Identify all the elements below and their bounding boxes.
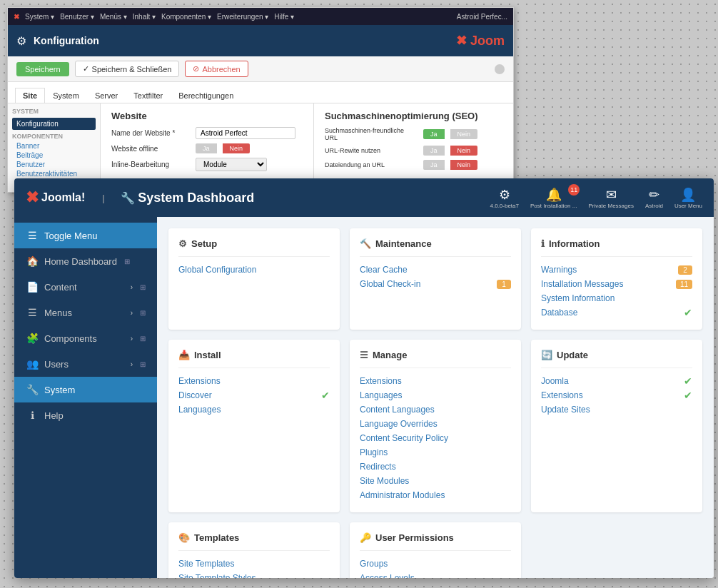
post-install-btn[interactable]: 🔔 11 Post Installation ... xyxy=(530,187,577,209)
install-messages-link[interactable]: Installation Messages xyxy=(541,277,623,291)
plugins-link[interactable]: Plugins xyxy=(360,445,511,460)
seo-rewrite-nein[interactable]: Nein xyxy=(450,146,478,156)
languages-install-link[interactable]: Languages xyxy=(178,402,330,417)
seo-friendly-ja[interactable]: Ja xyxy=(423,129,445,139)
user-menu-btn[interactable]: 👤 User Menu xyxy=(674,187,702,209)
content-grid-icon: ⊞ xyxy=(140,283,146,291)
home-dashboard-label: Home Dashboard xyxy=(44,256,117,267)
backend-layer: ✖ System ▾ Benutzer ▾ Menüs ▾ Inhalt ▾ K… xyxy=(7,7,514,193)
global-checkin-row: Global Check-in 1 xyxy=(360,277,511,291)
install-messages-badge: 11 xyxy=(676,280,692,289)
global-checkin-link[interactable]: Global Check-in xyxy=(360,277,420,291)
konfig-joomla-logo: ✖ Joom xyxy=(456,33,505,49)
tab-berechtigungen[interactable]: Berechtigungen xyxy=(171,88,241,103)
discover-link[interactable]: Discover xyxy=(178,388,212,402)
users-label: Users xyxy=(44,359,69,370)
languages-manage-link[interactable]: Languages xyxy=(360,388,511,402)
action-bar: Speichern ✓ Speichern & Schließen ⊘ Abbr… xyxy=(8,56,513,82)
joomla-update-link[interactable]: Joomla xyxy=(541,374,569,388)
seo-rewrite-ja[interactable]: Ja xyxy=(423,146,445,156)
tab-system[interactable]: System xyxy=(45,88,87,103)
sidebar-item-toggle[interactable]: ☰ Toggle Menu xyxy=(14,223,157,248)
seo-dates-row: Dateiendung an URL Ja Nein xyxy=(325,160,502,170)
groups-link[interactable]: Groups xyxy=(360,557,511,571)
system-label: SYSTEM xyxy=(12,108,96,115)
user-icon: 👤 xyxy=(680,187,696,203)
website-offline-ja[interactable]: Ja xyxy=(196,143,217,153)
extensions-install-link[interactable]: Extensions xyxy=(178,374,330,388)
site-templates-link[interactable]: Site Templates xyxy=(178,557,330,571)
website-inline-select[interactable]: Module xyxy=(196,158,267,171)
system-info-link[interactable]: System Information xyxy=(541,291,692,305)
access-levels-link[interactable]: Access Levels xyxy=(360,571,511,578)
joomla-x-logo: ✖ xyxy=(14,13,19,21)
seo-dates-nein[interactable]: Nein xyxy=(450,160,478,170)
admin-nav-menus: Menüs ▾ xyxy=(100,13,127,21)
content-chevron: › xyxy=(131,283,133,291)
seo-dates-ja[interactable]: Ja xyxy=(423,160,445,170)
site-modules-link[interactable]: Site Modules xyxy=(360,474,511,488)
update-sites-link[interactable]: Update Sites xyxy=(541,402,692,417)
website-offline-nein[interactable]: Nein xyxy=(223,143,251,153)
save-close-button[interactable]: ✓ Speichern & Schließen xyxy=(75,61,180,77)
admin-modules-link[interactable]: Administrator Modules xyxy=(360,488,511,502)
tab-site[interactable]: Site xyxy=(15,88,45,103)
sidebar-item-content[interactable]: 📄 Content › ⊞ xyxy=(14,274,157,300)
language-overrides-link[interactable]: Language Overrides xyxy=(360,417,511,431)
konfig-icon: ⚙ xyxy=(16,34,26,48)
information-title: ℹ Information xyxy=(541,238,692,249)
sidebar-item-help[interactable]: ℹ Help xyxy=(14,402,157,428)
sidebar-item-components[interactable]: 🧩 Components › ⊞ xyxy=(14,325,157,351)
extensions-manage-link[interactable]: Extensions xyxy=(360,374,511,388)
private-messages-label: Private Messages xyxy=(588,203,634,209)
content-security-link[interactable]: Content Security Policy xyxy=(360,431,511,445)
content-label: Content xyxy=(44,282,77,293)
sidebar-item-home[interactable]: 🏠 Home Dashboard ⊞ xyxy=(14,248,157,274)
clear-cache-link[interactable]: Clear Cache xyxy=(360,263,511,277)
konfig-active: Konfiguration xyxy=(12,118,96,130)
manage-card: ☰ Manage Extensions Languages Content La… xyxy=(350,340,521,512)
sidebar-item-system[interactable]: 🔧 System xyxy=(14,377,157,402)
tab-server[interactable]: Server xyxy=(87,88,126,103)
seo-friendly-row: Suchmaschinen-freundliche URL Ja Nein xyxy=(325,127,502,141)
joomla-update-check: ✔ xyxy=(684,375,692,387)
setup-card: ⚙ Setup Global Configuration xyxy=(168,228,340,330)
seo-friendly-nein[interactable]: Nein xyxy=(450,129,478,139)
users-icon: 👥 xyxy=(26,358,39,370)
joomla-logo: ✖ Joomla! xyxy=(26,188,85,207)
joomla-logo-text: Joomla! xyxy=(41,191,85,204)
setup-title: ⚙ Setup xyxy=(178,238,330,249)
website-name-input[interactable] xyxy=(196,127,295,139)
tab-textfilter[interactable]: Textfilter xyxy=(126,88,171,103)
sidebar-item-users[interactable]: 👥 Users › ⊞ xyxy=(14,351,157,377)
notification-badge: 11 xyxy=(568,184,580,196)
joomla-update-row: Joomla ✔ xyxy=(541,374,692,388)
website-inline-row: Inline-Bearbeitung Module xyxy=(111,158,303,171)
site-template-styles-link[interactable]: Site Template Styles xyxy=(178,571,330,578)
save-button[interactable]: Speichern xyxy=(16,62,69,76)
content-languages-link[interactable]: Content Languages xyxy=(360,402,511,417)
admin-nav-inhalt: Inhalt ▾ xyxy=(133,13,156,21)
maintenance-card: 🔨 Maintenance Clear Cache Global Check-i… xyxy=(350,228,521,330)
circle-icon: ⊘ xyxy=(193,64,199,74)
joomla-version-btn[interactable]: ⚙ 4.0.0-beta7 xyxy=(490,187,519,209)
update-icon: 🔄 xyxy=(541,350,552,360)
cancel-button[interactable]: ⊘ Abbrechen xyxy=(185,61,248,77)
toggle-menu-label: Toggle Menu xyxy=(44,230,97,241)
toggle-icon: ☰ xyxy=(26,230,39,241)
global-config-link[interactable]: Global Configuration xyxy=(178,263,330,277)
astroid-btn[interactable]: ✏ Astroid xyxy=(645,187,663,209)
components-grid-icon: ⊞ xyxy=(140,335,146,343)
system-icon: 🔧 xyxy=(26,384,39,395)
redirects-link[interactable]: Redirects xyxy=(360,460,511,474)
warnings-link[interactable]: Warnings xyxy=(541,263,577,277)
sidebar-item-menus[interactable]: ☰ Menus › ⊞ xyxy=(14,300,157,325)
database-link[interactable]: Database xyxy=(541,305,577,320)
admin-user: Astroid Perfec... xyxy=(457,13,507,21)
install-messages-row: Installation Messages 11 xyxy=(541,277,692,291)
info-icon: ℹ xyxy=(541,238,545,249)
templates-icon: 🎨 xyxy=(178,532,190,543)
website-offline-label: Website offline xyxy=(111,145,190,153)
private-messages-btn[interactable]: ✉ Private Messages xyxy=(588,187,634,209)
extensions-update-link[interactable]: Extensions xyxy=(541,388,583,402)
